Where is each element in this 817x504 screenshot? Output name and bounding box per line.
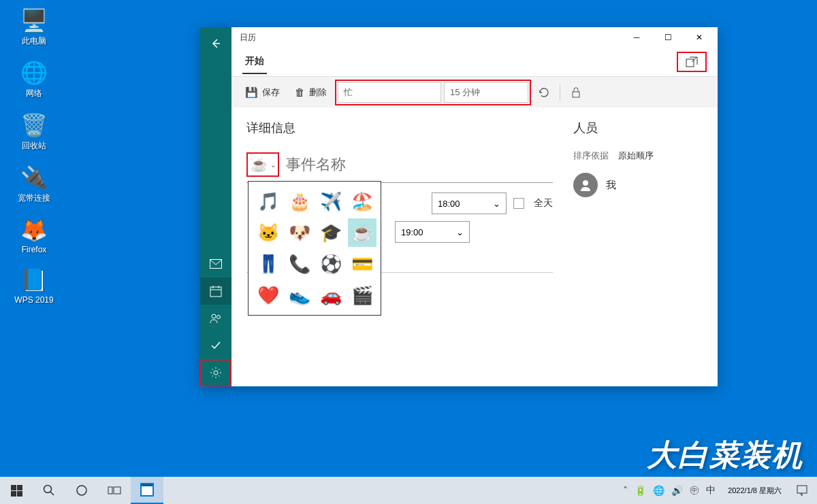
cortana-button[interactable] <box>65 477 98 504</box>
icon-movie[interactable]: 🎬 <box>348 281 377 309</box>
icon-beach[interactable]: 🏖️ <box>348 187 377 216</box>
svg-point-15 <box>44 486 52 493</box>
icon-label: Firefox <box>22 245 47 254</box>
arrow-left-icon <box>210 38 221 49</box>
search-icon <box>43 484 55 497</box>
sidebar-mail[interactable] <box>200 250 231 278</box>
tray-ime-icon[interactable]: ㊥ <box>690 484 699 497</box>
start-time-select[interactable]: 18:00 ⌄ <box>432 192 507 214</box>
icon-graduation[interactable]: 🎓 <box>317 218 345 247</box>
reminder-dropdown[interactable]: 15 分钟 <box>444 82 528 103</box>
status-dropdown[interactable]: 忙 <box>338 82 441 103</box>
start-button[interactable] <box>0 477 33 504</box>
trash-icon: 🗑 <box>295 86 305 98</box>
open-window-icon <box>686 56 698 67</box>
svg-line-16 <box>50 492 54 495</box>
details-pane: 详细信息 ☕ ⌄ 🎵 🎂 ✈️ 🏖️ 🐱 🐶 <box>246 120 553 374</box>
icon-phone[interactable]: 📞 <box>285 250 314 278</box>
svg-point-6 <box>217 316 221 319</box>
person-name: 我 <box>606 179 616 192</box>
coffee-icon: ☕ <box>251 156 268 173</box>
icon-car[interactable]: 🚗 <box>317 281 345 309</box>
delete-label: 删除 <box>309 86 327 99</box>
save-button[interactable]: 💾 保存 <box>238 82 287 103</box>
desktop-icon-wps[interactable]: 📘 WPS 2019 <box>7 267 61 305</box>
sort-value[interactable]: 原始顺序 <box>618 150 654 161</box>
svg-rect-14 <box>17 491 22 497</box>
desktop-icon-recycle-bin[interactable]: 🗑️ 回收站 <box>7 112 61 152</box>
app-sidebar <box>200 27 231 386</box>
tray-lang-icon[interactable]: 中 <box>706 484 716 497</box>
calendar-window: 日历 ─ ☐ ✕ 开始 💾 保存 🗑 删除 忙 <box>200 27 718 386</box>
people-pane: 人员 排序依据 原始顺序 我 <box>573 120 703 374</box>
tray-network-icon[interactable]: 🌐 <box>653 485 664 496</box>
desktop-icon-network[interactable]: 🌐 网络 <box>7 59 61 99</box>
person-icon <box>579 178 592 192</box>
icon-cake[interactable]: 🎂 <box>285 187 314 216</box>
svg-rect-1 <box>210 287 221 297</box>
tray-chevron-icon[interactable]: ˄ <box>623 485 628 496</box>
sort-label: 排序依据 <box>573 150 609 161</box>
sidebar-calendar[interactable] <box>200 278 231 305</box>
icon-dog[interactable]: 🐶 <box>285 218 314 247</box>
minimize-button[interactable]: ─ <box>621 27 652 48</box>
save-label: 保存 <box>262 86 280 99</box>
svg-rect-13 <box>11 491 16 497</box>
chevron-down-icon: ⌄ <box>456 227 464 237</box>
circle-icon <box>76 484 88 497</box>
people-title: 人员 <box>573 120 703 136</box>
delete-button[interactable]: 🗑 删除 <box>288 82 334 103</box>
icon-heart[interactable]: ❤️ <box>254 281 283 309</box>
details-title: 详细信息 <box>246 120 553 136</box>
chevron-down-icon: ⌄ <box>270 161 276 169</box>
icon-cat[interactable]: 🐱 <box>254 218 283 247</box>
desktop-icon-this-pc[interactable]: 🖥️ 此电脑 <box>7 7 61 47</box>
svg-rect-8 <box>686 59 694 67</box>
calendar-app-icon <box>140 482 155 497</box>
tray-volume-icon[interactable]: 🔊 <box>671 485 683 496</box>
icon-card[interactable]: 💳 <box>348 250 377 278</box>
status-value: 忙 <box>344 86 353 99</box>
sidebar-todo[interactable] <box>200 332 231 359</box>
system-tray: ˄ 🔋 🌐 🔊 ㊥ 中 <box>616 484 722 497</box>
svg-point-10 <box>583 180 588 186</box>
icon-pants[interactable]: 👖 <box>254 250 283 278</box>
desktop-icon-broadband[interactable]: 🔌 宽带连接 <box>7 164 61 204</box>
search-button[interactable] <box>33 477 65 504</box>
private-button[interactable] <box>564 82 588 103</box>
icon-coffee[interactable]: ☕ <box>348 218 377 247</box>
icon-picker-button[interactable]: ☕ ⌄ <box>246 152 279 177</box>
maximize-button[interactable]: ☐ <box>652 27 684 48</box>
end-time-select[interactable]: 19:00 ⌄ <box>395 221 470 243</box>
icon-plane[interactable]: ✈️ <box>317 187 345 216</box>
svg-rect-11 <box>11 485 16 490</box>
icon-music[interactable]: 🎵 <box>254 187 283 216</box>
allday-checkbox[interactable] <box>513 198 524 209</box>
broadband-icon: 🔌 <box>20 164 48 191</box>
icon-soccer[interactable]: ⚽ <box>317 250 345 278</box>
notifications-button[interactable] <box>787 477 817 504</box>
taskbar-calendar-app[interactable] <box>131 477 163 504</box>
icon-label: WPS 2019 <box>14 295 53 305</box>
sidebar-people[interactable] <box>200 305 231 332</box>
open-in-new-window-button[interactable] <box>677 52 707 72</box>
svg-rect-19 <box>114 487 121 494</box>
icon-shoe[interactable]: 👟 <box>285 281 314 309</box>
windows-icon <box>11 485 22 497</box>
sidebar-settings[interactable] <box>200 359 231 386</box>
status-reminder-highlight: 忙 15 分钟 <box>335 80 531 105</box>
task-view-button[interactable] <box>98 477 131 504</box>
svg-rect-0 <box>210 260 222 269</box>
taskview-icon <box>108 485 121 496</box>
recurrence-button[interactable] <box>532 82 556 103</box>
taskbar-datetime[interactable]: 2022/1/8 星期六 <box>722 486 787 495</box>
tray-battery-icon[interactable]: 🔋 <box>635 485 646 496</box>
close-button[interactable]: ✕ <box>684 27 715 48</box>
desktop-icon-firefox[interactable]: 🦊 Firefox <box>7 216 61 254</box>
firefox-icon: 🦊 <box>20 216 48 243</box>
back-button[interactable] <box>200 27 231 60</box>
save-icon: 💾 <box>245 86 258 99</box>
person-me[interactable]: 我 <box>573 173 703 197</box>
event-name-input[interactable] <box>286 156 553 173</box>
tab-start[interactable]: 开始 <box>242 50 267 74</box>
